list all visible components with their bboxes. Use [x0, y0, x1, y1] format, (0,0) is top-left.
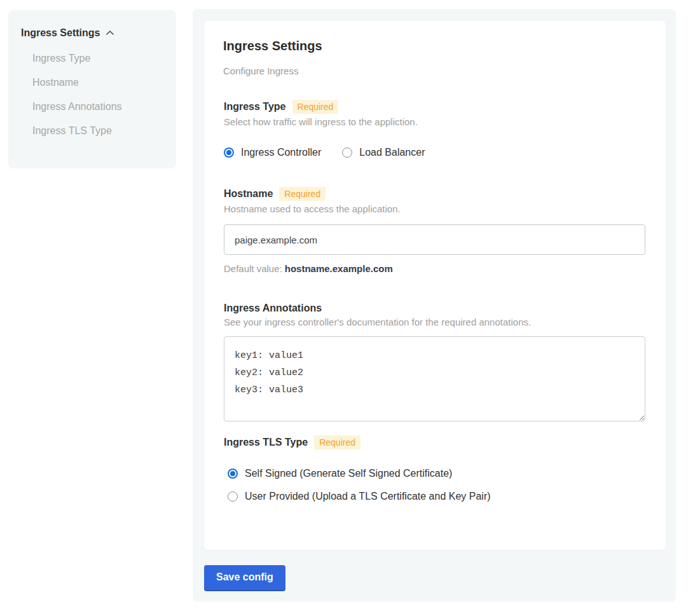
radio-ingress-controller-label: Ingress Controller [241, 147, 321, 158]
radio-user-provided[interactable]: User Provided (Upload a TLS Certificate … [228, 491, 647, 502]
ingress-type-radio-group: Ingress Controller Load Balancer [224, 147, 647, 158]
radio-self-signed[interactable]: Self Signed (Generate Self Signed Certif… [228, 468, 647, 479]
ingress-tls-type-radio-group: Self Signed (Generate Self Signed Certif… [228, 468, 647, 502]
ingress-annotations-textarea[interactable]: key1: value1 key2: value2 key3: value3 [224, 336, 645, 421]
section-ingress-type-label: Ingress Type [224, 101, 286, 113]
section-ingress-tls-type: Ingress TLS Type Required Self Signed (G… [224, 435, 647, 502]
section-hostname-label: Hostname [224, 188, 273, 200]
config-card: Ingress Settings Configure Ingress Ingre… [204, 21, 666, 550]
hostname-default-label: Default value: [224, 263, 282, 274]
section-hostname: Hostname Required Hostname used to acces… [224, 187, 647, 274]
sidebar-item-ingress-type[interactable]: Ingress Type [21, 46, 163, 71]
config-panel: Ingress Settings Configure Ingress Ingre… [193, 9, 676, 602]
section-hostname-help: Hostname used to access the application. [224, 203, 647, 214]
page-subtitle: Configure Ingress [223, 65, 647, 76]
radio-user-provided-label: User Provided (Upload a TLS Certificate … [245, 491, 491, 502]
chevron-up-icon [105, 28, 115, 38]
radio-self-signed-label: Self Signed (Generate Self Signed Certif… [245, 468, 452, 479]
hostname-input[interactable] [224, 224, 645, 255]
save-config-button[interactable]: Save config [204, 565, 285, 590]
section-ingress-annotations-help: See your ingress controller's documentat… [224, 317, 647, 327]
radio-unselected-icon [342, 147, 352, 158]
sidebar-item-hostname[interactable]: Hostname [21, 71, 163, 95]
sidebar-item-ingress-annotations[interactable]: Ingress Annotations [21, 95, 163, 119]
section-ingress-type-help: Select how traffic will ingress to the a… [224, 116, 647, 127]
sidebar-group-ingress-settings[interactable]: Ingress Settings [21, 27, 163, 39]
section-ingress-tls-type-label: Ingress TLS Type [224, 437, 308, 448]
required-badge: Required [279, 187, 326, 201]
required-badge: Required [314, 435, 360, 449]
radio-ingress-controller[interactable]: Ingress Controller [224, 147, 321, 158]
radio-load-balancer-label: Load Balancer [359, 147, 425, 158]
section-ingress-type: Ingress Type Required Select how traffic… [224, 100, 647, 158]
config-nav-sidebar: Ingress Settings Ingress Type Hostname I… [8, 10, 176, 168]
sidebar-item-list: Ingress Type Hostname Ingress Annotation… [21, 46, 163, 143]
required-badge: Required [292, 100, 339, 114]
radio-selected-icon [228, 469, 238, 479]
radio-selected-icon [224, 147, 234, 158]
sidebar-item-ingress-tls-type[interactable]: Ingress TLS Type [21, 119, 163, 143]
sidebar-group-label: Ingress Settings [21, 27, 100, 39]
section-ingress-annotations-label: Ingress Annotations [224, 303, 322, 314]
section-ingress-annotations: Ingress Annotations See your ingress con… [224, 303, 647, 421]
hostname-default-value: hostname.example.com [285, 263, 393, 274]
page-title: Ingress Settings [223, 39, 647, 53]
radio-load-balancer[interactable]: Load Balancer [342, 147, 425, 158]
hostname-default-line: Default value:hostname.example.com [224, 263, 647, 274]
radio-unselected-icon [228, 491, 238, 502]
